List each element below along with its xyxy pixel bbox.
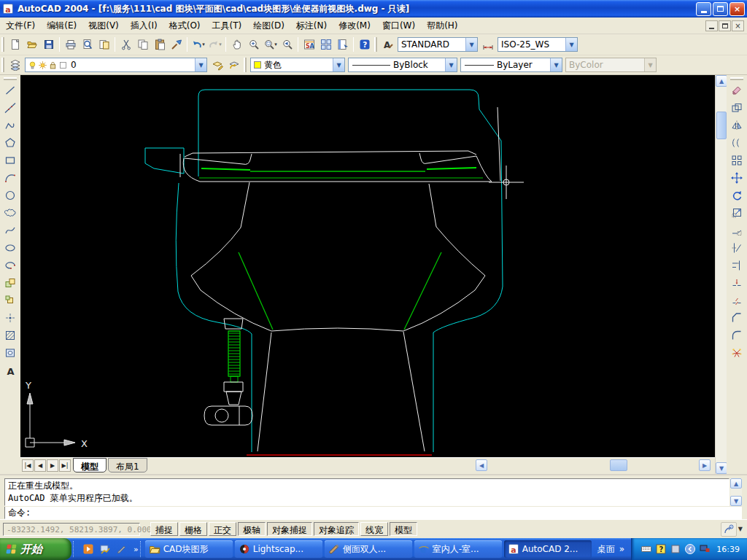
copy-icon[interactable]	[134, 36, 151, 52]
toolbar-grip[interactable]	[244, 58, 247, 72]
vscroll-up-arrow[interactable]: ▲	[716, 75, 727, 87]
command-history[interactable]: 正在重生成模型。AutoCAD 菜单实用程序已加载。	[4, 478, 729, 506]
scale-icon[interactable]	[729, 205, 746, 221]
tray-misc-icon[interactable]	[670, 543, 681, 555]
text-style-combo[interactable]: STANDARD ▼	[398, 37, 478, 52]
zoom-window-icon[interactable]: ▾	[262, 36, 279, 52]
plot-icon[interactable]	[62, 36, 79, 52]
status-toggle-栅格[interactable]: 栅格	[179, 522, 207, 536]
extend-icon[interactable]	[729, 257, 746, 273]
cut-icon[interactable]	[117, 36, 134, 52]
flyout-arrow-icon[interactable]: ▾	[202, 42, 205, 47]
erase-icon[interactable]	[729, 82, 746, 98]
color-combo[interactable]: 黄色 ▼	[250, 58, 345, 72]
layer-lock-icon[interactable]	[48, 61, 58, 70]
fillet-icon[interactable]	[729, 327, 746, 343]
layer-previous-icon[interactable]	[225, 57, 242, 73]
save-icon[interactable]	[40, 36, 57, 52]
tab-layout1[interactable]: 布局1	[108, 458, 147, 472]
status-toggle-极轴[interactable]: 极轴	[238, 522, 266, 536]
zoom-previous-icon[interactable]	[279, 36, 295, 52]
match-properties-icon[interactable]	[168, 36, 185, 52]
task-ie[interactable]: e室内人-室...	[414, 540, 502, 558]
layer-color-icon[interactable]	[58, 61, 68, 70]
communication-center-icon[interactable]	[721, 522, 737, 537]
mirror-icon[interactable]	[729, 117, 746, 133]
arc-icon[interactable]	[2, 170, 19, 186]
menu-item[interactable]: 绘图(D)	[247, 18, 290, 34]
ellipse-arc-icon[interactable]	[2, 257, 19, 273]
tab-prev-button[interactable]: ◀	[34, 459, 46, 472]
status-toggle-对象捕捉[interactable]: 对象捕捉	[267, 522, 312, 536]
pan-icon[interactable]	[228, 36, 245, 52]
dim-style-combo[interactable]: ISO-25_WS ▼	[498, 37, 578, 52]
menu-item[interactable]: 视图(V)	[82, 18, 125, 34]
command-prompt[interactable]: 命令:	[4, 507, 742, 519]
help-icon[interactable]: ?	[356, 36, 373, 52]
hscroll-left-arrow[interactable]: ◀	[476, 459, 487, 471]
text-style-icon[interactable]: A	[379, 36, 396, 52]
chamfer-icon[interactable]	[729, 310, 746, 326]
menu-item[interactable]: 修改(M)	[333, 18, 376, 34]
offset-icon[interactable]	[729, 135, 746, 151]
move-icon[interactable]	[729, 170, 746, 186]
status-toggle-对象追踪[interactable]: 对象追踪	[314, 522, 359, 536]
polyline-icon[interactable]	[2, 117, 19, 133]
new-file-icon[interactable]	[7, 36, 23, 52]
clock[interactable]: 16:39	[716, 545, 740, 554]
quick-launch-chevron[interactable]: »	[133, 545, 139, 554]
close-button[interactable]: ×	[729, 2, 745, 16]
display-tray-icon[interactable]	[699, 543, 711, 555]
copy-object-icon[interactable]	[729, 100, 746, 116]
toolbar-grip[interactable]	[4, 77, 17, 80]
layer-freeze-icon[interactable]	[38, 61, 47, 70]
make-block-icon[interactable]	[2, 292, 19, 308]
hscroll-right-arrow[interactable]: ▶	[699, 459, 711, 471]
tool-palettes-icon[interactable]	[334, 36, 351, 52]
tab-last-button[interactable]: ▶|	[59, 459, 71, 472]
undo-icon[interactable]: ▾	[190, 36, 206, 52]
menu-item[interactable]: 插入(I)	[125, 18, 163, 34]
stretch-icon[interactable]	[729, 222, 746, 238]
toolbar-grip[interactable]	[1, 37, 4, 52]
task-autocad[interactable]: aAutoCAD 2...	[504, 540, 592, 558]
chevron-down-icon[interactable]: ▼	[333, 58, 344, 71]
restore-button[interactable]	[713, 2, 728, 16]
construction-line-icon[interactable]	[2, 100, 19, 116]
doc-restore-button[interactable]	[719, 20, 731, 31]
layer-on-icon[interactable]	[28, 61, 37, 70]
quick-launch-brush-icon[interactable]	[115, 541, 129, 557]
rectangle-icon[interactable]	[2, 152, 19, 168]
toolbar-grip[interactable]	[1, 58, 4, 72]
lineweight-combo[interactable]: ByLayer ▼	[460, 58, 562, 72]
desktop-toolbar-chevron[interactable]: »	[619, 544, 624, 554]
spline-icon[interactable]	[2, 222, 19, 238]
linetype-combo[interactable]: ByBlock ▼	[348, 58, 457, 72]
keyboard-tray-icon[interactable]	[640, 543, 652, 555]
tab-next-button[interactable]: ▶	[47, 459, 58, 472]
dim-style-icon[interactable]	[479, 36, 496, 52]
explode-icon[interactable]	[729, 345, 746, 361]
plot-preview-icon[interactable]	[79, 36, 96, 52]
circle-icon[interactable]	[2, 187, 19, 203]
make-object-layer-current-icon[interactable]	[209, 57, 225, 73]
polygon-icon[interactable]	[2, 135, 19, 151]
menu-item[interactable]: 文件(F)	[0, 18, 41, 34]
vscroll-down-arrow[interactable]: ▼	[716, 462, 727, 474]
show-desktop-icon[interactable]	[98, 541, 112, 557]
menu-item[interactable]: 格式(O)	[163, 18, 206, 34]
drawing-canvas[interactable]: Y X	[20, 75, 715, 457]
vscroll-thumb[interactable]	[716, 112, 727, 139]
trim-icon[interactable]	[729, 240, 746, 256]
status-tray-chevron-icon[interactable]: ▼	[738, 526, 743, 532]
break-icon[interactable]	[729, 292, 746, 308]
array-icon[interactable]	[729, 152, 746, 168]
line-icon[interactable]	[2, 82, 19, 98]
properties-icon[interactable]: SA	[301, 36, 317, 52]
media-player-icon[interactable]	[81, 541, 96, 557]
multiline-text-icon[interactable]: A	[2, 362, 19, 378]
start-button[interactable]: 开始	[0, 538, 71, 560]
chevron-down-icon[interactable]: ▼	[550, 58, 562, 71]
chevron-down-icon[interactable]: ▼	[445, 58, 457, 71]
coordinate-readout[interactable]: -83232.1492, 58219.3897, 0.0000	[3, 523, 140, 536]
